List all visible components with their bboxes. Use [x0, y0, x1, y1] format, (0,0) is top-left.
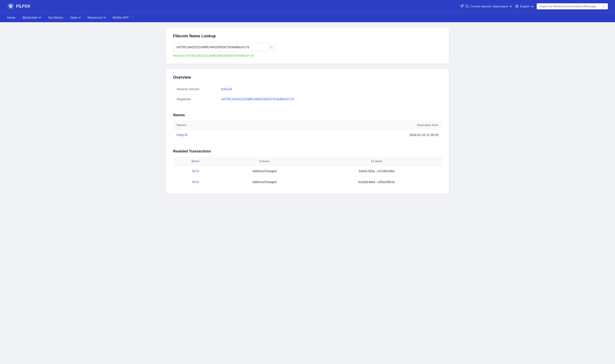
divider-2 [173, 145, 442, 145]
table-row: Registrant 0xf70f118432221A98fCA961E65Dd… [173, 94, 442, 104]
names-table: Names Expiration Date lickey.fil 2024-01… [173, 121, 442, 140]
transactions-table: Block Actions Tx Hash 5470 AddressChange… [173, 157, 442, 187]
subnav-resources-label: Resources [87, 16, 102, 19]
tx-col-hash: Tx Hash [311, 157, 442, 166]
subnav-home[interactable]: Home [7, 16, 15, 19]
subnav-top-miners[interactable]: Top Miners [48, 16, 63, 19]
network-selector[interactable]: Current network: Hyperspace [460, 4, 512, 8]
tx-col-block: Block [173, 157, 218, 166]
names-col-expiration: Expiration Date [262, 121, 442, 130]
filfox-logo-icon [7, 3, 14, 10]
expiration-value: 2024-01-18 11:26:30 [262, 130, 442, 141]
refresh-icon [465, 4, 469, 8]
overview-title: Overview [173, 75, 442, 80]
plane-icon [460, 4, 464, 8]
tx-block-link-1[interactable]: 5470 [192, 169, 199, 173]
tx-block-link-2[interactable]: 5470 [192, 180, 199, 184]
tx-block-1: 5470 [173, 166, 218, 177]
stats-chevron-icon [78, 16, 81, 18]
registrant-label: Registrant [173, 94, 218, 104]
registrant-link[interactable]: 0xf70f118432221A98fCA961E65Dd7303A8Ba1Fc… [221, 97, 294, 101]
table-row: Reverse Record lickey.fil [173, 84, 442, 94]
lookup-result-text[interactable]: Result for 0xf70f118432221A98fCA961E65Dd… [173, 54, 442, 57]
tx-hash-2: 0x1dd148b4...c05ac95b1b [311, 177, 442, 188]
subnav-resources[interactable]: Resources [87, 16, 105, 19]
svg-point-1 [10, 5, 11, 6]
globe-icon [515, 4, 519, 8]
overview-card: Overview Reverse Record lickey.fil Regis… [166, 69, 449, 194]
reverse-record-value: lickey.fil [218, 84, 442, 94]
name-link[interactable]: lickey.fil [177, 133, 187, 137]
lookup-input-row [173, 43, 442, 51]
lookup-search-icon [270, 46, 273, 49]
lang-label: English [520, 5, 530, 8]
subnav-stats-label: Stats [70, 16, 77, 19]
table-row: lickey.fil 2024-01-18 11:26:30 [173, 130, 442, 141]
network-chevron-icon [510, 5, 512, 7]
tx-hash-1: 0x0cfc7b0a...c57e9b24bd [311, 166, 442, 177]
tx-action-2: AddressChanged [218, 177, 311, 188]
main-content: Filecoin Name Lookup Result for 0xf70f11… [161, 27, 454, 194]
brand-name: FILFOX [16, 4, 30, 9]
names-col-name: Names [173, 121, 262, 130]
lookup-title: Filecoin Name Lookup [173, 34, 442, 39]
tx-block-2: 5470 [173, 177, 218, 188]
table-row: 5470 AddressChanged 0x0cfc7b0a...c57e9b2… [173, 166, 442, 177]
name-value: lickey.fil [173, 130, 262, 141]
subnav-mobile-app-label: Mobile APP [112, 16, 129, 19]
search-icon [602, 5, 605, 8]
overview-table: Reverse Record lickey.fil Registrant 0xf… [173, 84, 442, 104]
reverse-record-link[interactable]: lickey.fil [221, 87, 232, 91]
network-label: Current network: Hyperspace [470, 5, 508, 8]
navbar: FILFOX Current network: Hyperspace Engli… [0, 0, 615, 13]
lookup-input[interactable] [173, 43, 266, 51]
language-selector[interactable]: English [515, 4, 533, 8]
lookup-search-button[interactable] [266, 43, 276, 51]
subnav-top-miners-label: Top Miners [48, 16, 63, 19]
transactions-title: Realated Transactions [173, 149, 442, 153]
divider [173, 108, 442, 109]
tx-action-1: AddressChanged [218, 166, 311, 177]
subnav-blockchain-label: Blockchain [22, 16, 38, 19]
blockchain-chevron-icon [39, 16, 41, 18]
subnav-stats[interactable]: Stats [70, 16, 81, 19]
subnav-blockchain[interactable]: Blockchain [22, 16, 41, 19]
registrant-value: 0xf70f118432221A98fCA961E65Dd7303A8Ba1Fc… [218, 94, 442, 104]
subnav-mobile-app[interactable]: Mobile APP 🐾 [112, 15, 134, 20]
tx-col-actions: Actions [218, 157, 311, 166]
mobile-app-icon: 🐾 [130, 15, 134, 20]
subnav-home-label: Home [7, 16, 15, 19]
lookup-card: Filecoin Name Lookup Result for 0xf70f11… [166, 27, 449, 64]
svg-point-2 [11, 5, 12, 6]
subnav: Home Blockchain Top Miners Stats Resourc… [0, 13, 615, 22]
names-header-row: Names Expiration Date [173, 121, 442, 130]
logo-link[interactable]: FILFOX [7, 3, 30, 10]
search-input[interactable] [539, 5, 601, 8]
search-bar [537, 3, 608, 9]
reverse-record-label: Reverse Record [173, 84, 218, 94]
table-row: 5470 AddressChanged 0x1dd148b4...c05ac95… [173, 177, 442, 188]
names-title: Names [173, 113, 442, 117]
transactions-header-row: Block Actions Tx Hash [173, 157, 442, 166]
lang-chevron-icon [531, 5, 533, 7]
resources-chevron-icon [103, 16, 106, 18]
nav-right: Current network: Hyperspace English [460, 3, 608, 9]
